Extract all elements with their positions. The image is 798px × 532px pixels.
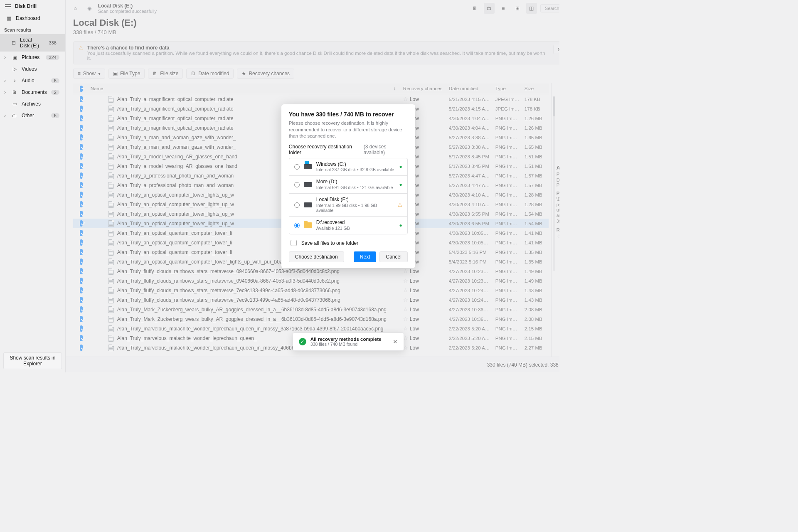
video-icon: ▷ — [12, 66, 17, 72]
radio-button[interactable] — [294, 223, 300, 228]
sidebar-item-label: Local Disk (E:) — [20, 37, 42, 49]
sidebar-item-videos[interactable]: ▷Videos — [0, 63, 65, 75]
destination-sub: Internal 691 GB disk • 121 GB available — [316, 185, 395, 190]
next-button[interactable]: Next — [354, 251, 377, 262]
check-icon: ● — [399, 182, 402, 187]
recovery-complete-toast: ✓ All recovery methods complete 338 file… — [293, 332, 404, 351]
sidebar: Disk Drill ▦ Dashboard Scan results ⊟Loc… — [0, 0, 66, 372]
destination-name: D:\recovered — [316, 220, 395, 226]
destination-option[interactable]: D:\recoveredAvailable 121 GB● — [289, 216, 407, 234]
destination-sub: Internal 1.99 GB disk • 1.98 GB availabl… — [316, 203, 394, 213]
sidebar-top: Disk Drill — [0, 0, 65, 12]
sidebar-item-count: 2 — [51, 90, 59, 95]
save-one-folder-label: Save all files to one folder — [301, 240, 358, 246]
document-icon: 🗎 — [12, 89, 17, 95]
chevron-right-icon: › — [4, 113, 6, 118]
sidebar-item-documents[interactable]: ›🗎Documents2 — [0, 86, 65, 98]
modal-device-count: (3 devices available) — [364, 144, 408, 155]
check-icon: ● — [399, 164, 402, 170]
app-root: Disk Drill ▦ Dashboard Scan results ⊟Loc… — [0, 0, 559, 372]
cancel-button[interactable]: Cancel — [379, 251, 407, 262]
modal-desc: Please choose recovery destination. It i… — [289, 120, 408, 140]
dashboard-icon: ▦ — [6, 15, 12, 21]
picture-icon: ▣ — [12, 54, 17, 60]
radio-button[interactable] — [294, 164, 300, 170]
destination-list: Windows (C:)Internal 237 GB disk • 32.8 … — [289, 158, 408, 235]
modal-title: You have 330 files / 740 MB to recover — [289, 111, 408, 118]
toast-close-icon[interactable]: ✕ — [393, 338, 398, 345]
main: ⌂ ◉ Local Disk (E:) Scan completed succe… — [66, 0, 559, 372]
check-icon: ● — [399, 222, 402, 228]
drive-icon: ⊟ — [12, 40, 16, 46]
sidebar-item-label: Videos — [22, 66, 37, 72]
audio-icon: ♪ — [12, 78, 17, 84]
warning-icon: ⚠ — [398, 202, 402, 208]
drive-icon — [304, 182, 312, 187]
archive-icon: ▭ — [12, 101, 17, 107]
sidebar-item-count: 324 — [46, 55, 59, 60]
save-one-folder-checkbox[interactable] — [291, 240, 297, 246]
chevron-right-icon: › — [4, 78, 6, 84]
destination-option[interactable]: Windows (C:)Internal 237 GB disk • 32.8 … — [289, 158, 407, 176]
destination-option[interactable]: More (D:)Internal 691 GB disk • 121 GB a… — [289, 175, 407, 193]
sidebar-item-audio[interactable]: ›♪Audio6 — [0, 75, 65, 86]
sidebar-item-other[interactable]: ›🗀Other6 — [0, 110, 65, 121]
destination-name: Local Disk (E:) — [316, 197, 394, 203]
sidebar-item-local-disk-e-[interactable]: ⊟Local Disk (E:)338 — [0, 34, 65, 52]
drive-icon — [304, 164, 312, 169]
sidebar-item-count: 6 — [51, 78, 59, 83]
chevron-right-icon: › — [4, 54, 6, 60]
sidebar-item-label: Archives — [22, 101, 41, 107]
toast-title: All recovery methods complete — [310, 337, 382, 342]
destination-sub: Internal 237 GB disk • 32.8 GB available — [316, 167, 395, 172]
check-circle-icon: ✓ — [299, 338, 306, 345]
app-title: Disk Drill — [15, 3, 37, 9]
radio-button[interactable] — [294, 182, 300, 187]
folder-icon — [304, 222, 312, 228]
recovery-destination-modal: You have 330 files / 740 MB to recover P… — [281, 104, 415, 268]
sidebar-item-archives[interactable]: ▭Archives — [0, 98, 65, 110]
menu-icon[interactable] — [5, 4, 11, 9]
sidebar-item-label: Pictures — [22, 54, 39, 60]
sidebar-item-label: Audio — [22, 78, 34, 84]
sidebar-item-count: 338 — [46, 40, 59, 45]
toast-sub: 338 files / 740 MB found — [310, 342, 382, 347]
other-icon: 🗀 — [12, 113, 17, 118]
sidebar-item-label: Other — [22, 113, 34, 118]
destination-name: Windows (C:) — [316, 162, 395, 167]
sidebar-footer: Show scan results in Explorer — [0, 349, 65, 372]
dashboard-link[interactable]: ▦ Dashboard — [0, 12, 65, 24]
destination-sub: Available 121 GB — [316, 226, 395, 231]
sidebar-item-pictures[interactable]: ›▣Pictures324 — [0, 52, 65, 63]
show-in-explorer-button[interactable]: Show scan results in Explorer — [3, 352, 62, 369]
drive-icon — [304, 202, 312, 207]
sidebar-item-count: 6 — [51, 113, 59, 118]
modal-section-label: Choose recovery destination folder — [289, 144, 364, 155]
destination-name: More (D:) — [316, 179, 395, 185]
dashboard-label: Dashboard — [16, 15, 40, 21]
destination-option[interactable]: Local Disk (E:)Internal 1.99 GB disk • 1… — [289, 193, 407, 216]
chevron-right-icon: › — [4, 89, 6, 95]
radio-button[interactable] — [294, 202, 300, 208]
scan-results-heading: Scan results — [0, 24, 65, 34]
choose-destination-button[interactable]: Choose destination — [289, 251, 344, 262]
save-one-folder-row[interactable]: Save all files to one folder — [289, 239, 408, 247]
sidebar-item-label: Documents — [22, 89, 47, 95]
